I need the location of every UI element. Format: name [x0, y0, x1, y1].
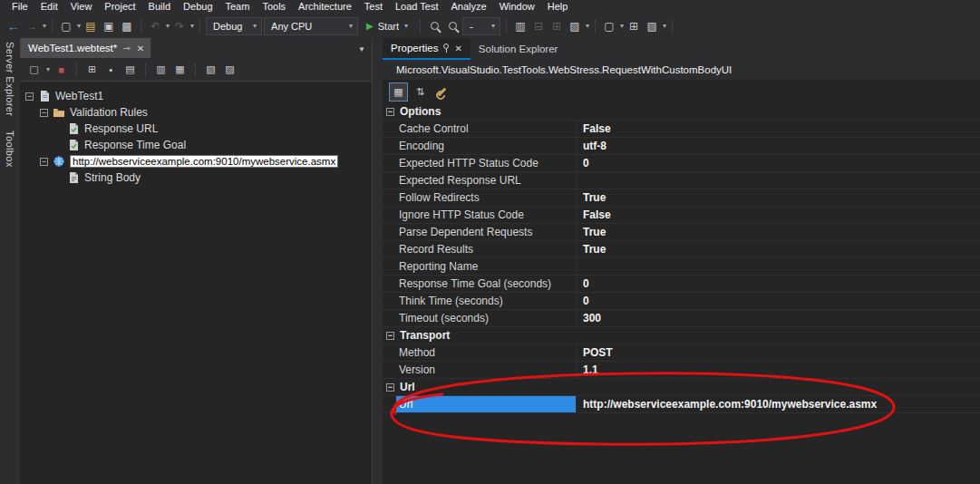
- property-row-method[interactable]: MethodPOST: [383, 344, 980, 362]
- solution-configurations-select[interactable]: Debug ▾: [206, 17, 262, 35]
- performance-icon[interactable]: ▧: [203, 62, 218, 77]
- side-tab-toolbox[interactable]: Toolbox: [5, 131, 15, 168]
- document-list-dropdown-icon[interactable]: ▼: [358, 45, 365, 53]
- zoom-level-combo[interactable]: - ▾: [462, 17, 500, 35]
- tab-solution-explorer[interactable]: Solution Explorer: [471, 38, 567, 60]
- undo-icon[interactable]: ↶: [147, 18, 163, 34]
- menu-item-team[interactable]: Team: [219, 0, 257, 14]
- properties-object-name[interactable]: Microsoft.VisualStudio.TestTools.WebStre…: [383, 60, 980, 80]
- navigate-backward-icon[interactable]: ←: [5, 18, 22, 34]
- menu-item-analyze[interactable]: Analyze: [445, 0, 493, 14]
- collapse-icon[interactable]: −: [386, 383, 394, 392]
- save-all-icon[interactable]: ▩: [119, 18, 135, 34]
- tab-webtest1[interactable]: WebTest1.webtest* ⊸ ✕: [20, 38, 150, 58]
- property-value[interactable]: 300: [577, 310, 980, 326]
- menu-item-project[interactable]: Project: [98, 0, 141, 14]
- property-value[interactable]: POST: [577, 344, 980, 361]
- property-pages-wrench-icon[interactable]: [433, 83, 451, 101]
- menu-item-architecture[interactable]: Architecture: [292, 0, 358, 14]
- property-value[interactable]: False: [577, 121, 980, 137]
- navigate-forward-icon[interactable]: →: [24, 18, 40, 34]
- tab-properties[interactable]: Properties✕: [383, 38, 471, 60]
- add-plugin-icon[interactable]: ▦: [172, 62, 188, 77]
- new-file-icon[interactable]: ▢: [58, 18, 74, 34]
- property-row-response-time-goal-seconds-[interactable]: Response Time Goal (seconds)0: [383, 276, 980, 293]
- menu-item-view[interactable]: View: [64, 0, 99, 14]
- property-value[interactable]: True: [577, 189, 980, 206]
- property-row-parse-dependent-requests[interactable]: Parse Dependent RequestsTrue: [383, 224, 980, 241]
- property-value[interactable]: http://webserviceexample.com:9010/mywebs…: [577, 396, 980, 412]
- run-test-icon[interactable]: ▨: [222, 62, 238, 77]
- menu-item-debug[interactable]: Debug: [177, 0, 218, 14]
- property-row-expected-http-status-code[interactable]: Expected HTTP Status Code0: [383, 155, 980, 172]
- menu-item-file[interactable]: File: [5, 0, 34, 14]
- generate-code-icon[interactable]: ▤: [122, 62, 138, 77]
- menu-item-edit[interactable]: Edit: [34, 0, 64, 14]
- property-category-url[interactable]: −Url: [383, 379, 980, 396]
- tree-collapse-icon[interactable]: −: [25, 92, 34, 101]
- new-file-dropdown-icon[interactable]: ▾: [77, 22, 81, 30]
- property-value[interactable]: utf-8: [577, 138, 980, 154]
- zoom-out-icon[interactable]: [444, 18, 461, 34]
- tree-item-http-webserviceexample-com-9010-mywebser[interactable]: −http://webserviceexample.com:9010/myweb…: [20, 153, 372, 169]
- property-value[interactable]: 0: [577, 155, 980, 171]
- find-dropdown-icon[interactable]: ▾: [586, 22, 589, 30]
- property-value[interactable]: [577, 172, 980, 189]
- property-category-options[interactable]: −Options: [383, 103, 980, 121]
- menu-item-tools[interactable]: Tools: [256, 0, 292, 14]
- extensions-icon[interactable]: ▧: [644, 18, 660, 34]
- property-value[interactable]: 1.1: [577, 362, 980, 378]
- close-icon[interactable]: ✕: [454, 44, 461, 53]
- alphabetical-sort-icon[interactable]: ⇅: [412, 83, 429, 101]
- property-row-think-time-seconds-[interactable]: Think Time (seconds)0: [383, 293, 980, 310]
- menu-item-window[interactable]: Window: [493, 0, 541, 14]
- property-row-version[interactable]: Version1.1: [383, 362, 980, 379]
- record-icon[interactable]: ■: [53, 62, 69, 77]
- tree-item-webtest1[interactable]: −WebTest1: [20, 88, 372, 104]
- add-request-icon[interactable]: ▢: [26, 62, 42, 77]
- add-request-icon-dropdown[interactable]: ▾: [46, 65, 50, 73]
- property-row-record-results[interactable]: Record ResultsTrue: [383, 241, 980, 258]
- property-row-cache-control[interactable]: Cache ControlFalse: [383, 121, 980, 138]
- extensions-dropdown-icon[interactable]: ▾: [663, 22, 666, 30]
- property-row-url[interactable]: Urlhttp://webserviceexample.com:9010/myw…: [383, 396, 980, 413]
- property-row-ignore-http-status-code[interactable]: Ignore HTTP Status CodeFalse: [383, 207, 980, 224]
- property-value[interactable]: 0: [577, 276, 980, 292]
- redo-dropdown-icon[interactable]: ▾: [190, 22, 194, 30]
- tree-collapse-icon[interactable]: −: [40, 158, 48, 166]
- parameterize-web-servers-icon[interactable]: ▥: [153, 62, 169, 77]
- side-tab-server-explorer[interactable]: Server Explorer: [5, 42, 15, 116]
- open-file-icon[interactable]: ▤: [82, 18, 99, 34]
- undo-dropdown-icon[interactable]: ▾: [166, 22, 170, 30]
- save-icon[interactable]: ▣: [101, 18, 117, 34]
- menu-item-build[interactable]: Build: [142, 0, 177, 14]
- menu-item-test[interactable]: Test: [358, 0, 389, 14]
- start-debugging-button[interactable]: ▶ Start ▾: [360, 16, 414, 35]
- tree-item-response-url[interactable]: Response URL: [20, 121, 372, 137]
- property-value[interactable]: False: [577, 207, 980, 223]
- tree-item-string-body[interactable]: String Body: [20, 169, 372, 186]
- property-row-timeout-seconds-[interactable]: Timeout (seconds)300: [383, 310, 980, 327]
- tree-item-validation-rules[interactable]: −Validation Rules: [20, 104, 372, 121]
- collapse-icon[interactable]: −: [386, 332, 394, 340]
- zoom-in-icon[interactable]: [426, 18, 442, 34]
- step-icon[interactable]: ⊞: [548, 18, 565, 34]
- property-value[interactable]: True: [577, 241, 980, 257]
- collapse-icon[interactable]: −: [386, 108, 394, 116]
- navigate-to-icon[interactable]: ▥: [512, 18, 529, 34]
- property-row-encoding[interactable]: Encodingutf-8: [383, 138, 980, 155]
- property-category-transport[interactable]: −Transport: [383, 327, 980, 344]
- new-item-icon[interactable]: ▢: [601, 18, 617, 34]
- menu-item-help[interactable]: Help: [541, 0, 575, 14]
- property-value[interactable]: True: [577, 224, 980, 240]
- attach-icon[interactable]: ⊟: [530, 18, 547, 34]
- solution-platforms-select[interactable]: Any CPU ▾: [264, 17, 358, 35]
- property-value[interactable]: 0: [577, 293, 980, 309]
- set-credentials-icon[interactable]: ▪: [103, 62, 119, 77]
- tree-item-response-time-goal[interactable]: Response Time Goal: [20, 137, 372, 153]
- new-item-dropdown-icon[interactable]: ▾: [620, 22, 624, 30]
- property-row-reporting-name[interactable]: Reporting Name: [383, 258, 980, 276]
- tree-collapse-icon[interactable]: −: [40, 109, 48, 117]
- close-icon[interactable]: ✕: [137, 44, 144, 53]
- redo-icon[interactable]: ↷: [171, 18, 188, 34]
